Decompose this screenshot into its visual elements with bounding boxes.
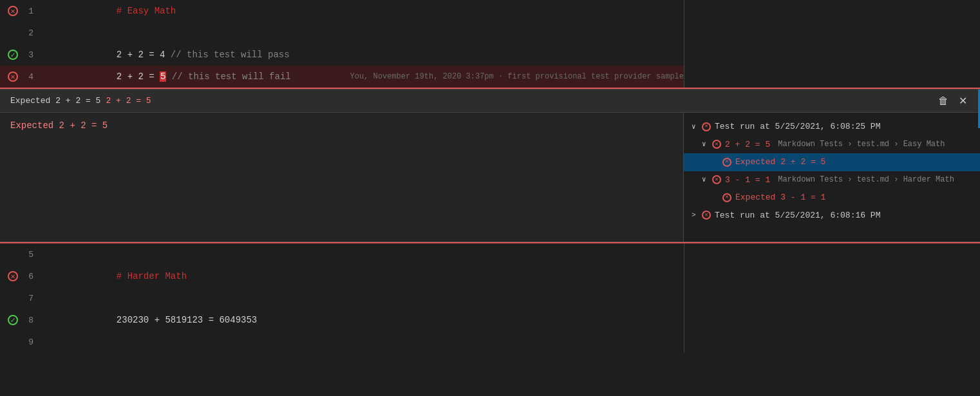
editor-lower: 5 ✕ 6 # Harder Math (0, 243, 980, 353)
main-container: ✕ 1 # Easy Math 2 ✓ (0, 0, 980, 396)
code-line-6: ✕ 6 # Harder Math (0, 265, 684, 287)
code-text-4a: 2 + 2 = (117, 71, 160, 82)
gutter-8: ✓ 8 (0, 315, 39, 325)
status-icon-1: ✕ (8, 6, 18, 16)
line-content-4: 2 + 2 = 5 // this test will fail (39, 61, 337, 88)
line-number-8: 8 (21, 316, 33, 325)
heading-6: # Harder Math (117, 271, 187, 281)
status-icon-3: ✓ (8, 50, 18, 60)
gutter-7: 7 (0, 294, 39, 303)
status-0: ✕ (702, 122, 711, 131)
test-result-3[interactable]: ∨ ✕ 3 - 1 = 1 Markdown Tests › test.md ›… (684, 171, 980, 189)
test-result-5[interactable]: > ✕ Test run at 5/25/2021, 6:08:16 PM (684, 207, 980, 225)
close-diff-button[interactable]: ✕ (956, 93, 970, 108)
line-number-3: 3 (21, 50, 33, 60)
comment-3: // this test will pass (171, 50, 290, 60)
code-line-9: 9 (0, 331, 684, 353)
chevron-3: ∨ (702, 174, 708, 185)
diff-expected-text: Expected 2 + 2 = 5 (10, 120, 673, 131)
status-1: ✕ (712, 140, 721, 149)
chevron-1: ∨ (702, 139, 708, 150)
chevron-2 (712, 157, 719, 168)
item-text-1: 2 + 2 = 5 (725, 138, 770, 151)
gutter-5: 5 (0, 250, 39, 259)
git-annotation-4: You, November 19th, 2020 3:37pm · first … (337, 72, 684, 81)
delete-button[interactable]: 🗑 (936, 94, 951, 108)
gutter-6: ✕ 6 (0, 271, 39, 281)
code-line-4: ✕ 4 2 + 2 = 5 // this test will fail You… (0, 66, 684, 88)
item-text-2: Expected 2 + 2 = 5 (735, 156, 825, 169)
status-icon-6: ✕ (8, 271, 18, 281)
fail-highlight-4: 5 (160, 71, 166, 82)
left-editor-lower: 5 ✕ 6 # Harder Math (0, 243, 684, 353)
status-icon-4: ✕ (8, 71, 18, 82)
inline-diff-panel: Expected 2 + 2 = 5 2 + 2 = 5 🗑 ✕ Expecte… (0, 89, 980, 242)
gutter-1: ✕ 1 (0, 6, 39, 16)
comment-4: // this test will fail (172, 71, 291, 82)
test-result-2[interactable]: ✕ Expected 2 + 2 = 5 (684, 153, 980, 171)
upper-layout: ✕ 1 # Easy Math 2 ✓ (0, 0, 980, 88)
right-panel-lower (684, 243, 980, 353)
diff-title-part2: 2 + 2 = 5 (106, 96, 151, 106)
diff-actions: 🗑 ✕ (936, 93, 970, 108)
item-path-1: Markdown Tests › test.md › Easy Math (778, 138, 945, 150)
git-text-4: You, November 19th, 2020 3:37pm · first … (350, 72, 684, 81)
test-results-tree: ∨ ✕ Test run at 5/25/2021, 6:08:25 PM ∨ … (684, 113, 980, 229)
heading-text-1: # Easy Math (117, 6, 176, 16)
code-text-4b (166, 71, 171, 82)
diff-title-part1: Expected 2 + 2 = 5 (10, 96, 100, 106)
item-text-3: 3 - 1 = 1 (725, 174, 770, 187)
test-result-0[interactable]: ∨ ✕ Test run at 5/25/2021, 6:08:25 PM (684, 118, 980, 136)
item-text-5: Test run at 5/25/2021, 6:08:16 PM (715, 209, 880, 222)
status-icon-8: ✓ (8, 315, 18, 325)
code-line-1: ✕ 1 # Easy Math (0, 0, 684, 22)
chevron-5: > (692, 210, 698, 221)
lower-layout: 5 ✕ 6 # Harder Math (0, 243, 980, 353)
gutter-3: ✓ 3 (0, 50, 39, 60)
line-number-6: 6 (21, 272, 33, 281)
diff-left-panel: Expected 2 + 2 = 5 (0, 113, 684, 241)
status-5: ✕ (702, 211, 711, 220)
editor-upper: ✕ 1 # Easy Math 2 ✓ (0, 0, 980, 88)
test-result-1[interactable]: ∨ ✕ 2 + 2 = 5 Markdown Tests › test.md ›… (684, 136, 980, 154)
code-line-8: ✓ 8 230230 + 5819123 = 6049353 (0, 309, 684, 331)
gutter-2: 2 (0, 28, 39, 38)
test-result-4[interactable]: ✕ Expected 3 - 1 = 1 (684, 189, 980, 207)
item-path-3: Markdown Tests › test.md › Harder Math (778, 174, 954, 185)
left-editor-upper: ✕ 1 # Easy Math 2 ✓ (0, 0, 684, 88)
status-3: ✕ (712, 175, 721, 184)
code-text-8: 230230 + 5819123 = 6049353 (117, 315, 257, 325)
code-text-3: 2 + 2 = 4 (117, 50, 171, 60)
item-text-0: Test run at 5/25/2021, 6:08:25 PM (715, 120, 880, 133)
status-2: ✕ (722, 158, 731, 167)
line-number-4: 4 (21, 72, 33, 82)
status-4: ✕ (722, 193, 731, 202)
diff-title: Expected 2 + 2 = 5 2 + 2 = 5 (10, 96, 151, 106)
line-number-9: 9 (21, 337, 33, 347)
chevron-0: ∨ (692, 122, 698, 133)
line-number-7: 7 (21, 294, 33, 303)
diff-right-panel: ∨ ✕ Test run at 5/25/2021, 6:08:25 PM ∨ … (684, 113, 980, 241)
right-panel-upper (684, 0, 980, 88)
line-number-2: 2 (21, 28, 33, 38)
chevron-4 (712, 193, 719, 203)
item-text-4: Expected 3 - 1 = 1 (735, 191, 825, 204)
gutter-4: ✕ 4 (0, 71, 39, 82)
diff-header: Expected 2 + 2 = 5 2 + 2 = 5 🗑 ✕ (0, 90, 980, 113)
line-number-5: 5 (21, 250, 33, 259)
line-number-1: 1 (21, 6, 33, 16)
diff-body: Expected 2 + 2 = 5 ∨ ✕ Test run at 5/25/… (0, 113, 980, 241)
gutter-9: 9 (0, 337, 39, 347)
